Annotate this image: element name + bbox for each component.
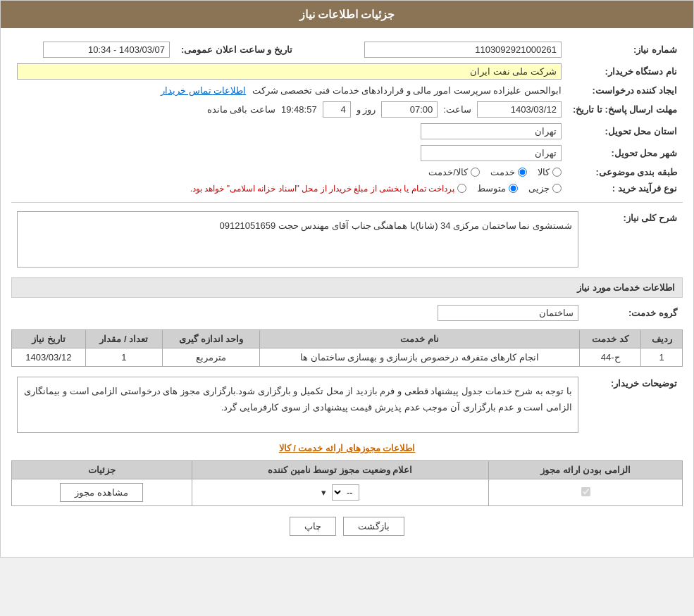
remaining-label: ساعت باقی مانده bbox=[207, 104, 275, 115]
radio-kala[interactable]: کالا bbox=[538, 167, 562, 177]
col-row: ردیف bbox=[641, 330, 683, 348]
col-name: نام خدمت bbox=[260, 330, 580, 348]
days-value: 4 bbox=[323, 101, 351, 118]
purchase-type-label: نوع فرآیند خرید : bbox=[567, 180, 683, 196]
license-row: -- ▾ مشاهده مجوز bbox=[12, 479, 683, 506]
need-number-label: شماره نیاز: bbox=[567, 39, 683, 61]
time-label: ساعت: bbox=[443, 104, 471, 115]
col-code: کد خدمت bbox=[579, 330, 640, 348]
page-header: جزئیات اطلاعات نیاز bbox=[1, 1, 693, 28]
requester-label: ایجاد کننده درخواست: bbox=[567, 82, 683, 99]
cell-code: ح-44 bbox=[579, 348, 640, 367]
buyer-org-value: شرکت ملی نفت ایران bbox=[17, 63, 562, 80]
print-button[interactable]: چاپ bbox=[290, 517, 336, 536]
services-table: ردیف کد خدمت نام خدمت واحد اندازه گیری ت… bbox=[11, 329, 683, 367]
buyer-org-label: نام دستگاه خریدار: bbox=[567, 61, 683, 82]
response-date-value: 1403/03/12 bbox=[477, 101, 562, 118]
general-desc-value: شستشوی نما ساختمان مرکزی 34 (شانا)با هما… bbox=[17, 211, 578, 268]
license-required-cell bbox=[489, 479, 683, 506]
cell-unit: مترمربع bbox=[163, 348, 260, 367]
radio-motevaset-label: متوسط bbox=[477, 183, 506, 194]
col-unit: واحد اندازه گیری bbox=[163, 330, 260, 348]
radio-esnad-input[interactable] bbox=[457, 184, 466, 193]
radio-kala-khedmat-input[interactable] bbox=[471, 168, 480, 177]
requester-value: ابوالحسن علیزاده سرپرست امور مالی و قرار… bbox=[252, 85, 562, 96]
license-status-select[interactable]: -- bbox=[332, 484, 359, 501]
page-title: جزئیات اطلاعات نیاز bbox=[299, 8, 395, 20]
city-value: تهران bbox=[421, 145, 562, 161]
footer-buttons: بازگشت چاپ bbox=[11, 517, 683, 536]
requester-contact-link[interactable]: اطلاعات تماس خریدار bbox=[161, 85, 246, 96]
cell-name: انجام کارهای متفرقه درخصوص بازسازی و بهس… bbox=[260, 348, 580, 367]
col-license-details: جزئیات bbox=[12, 461, 192, 479]
radio-khedmat[interactable]: خدمت bbox=[490, 167, 527, 177]
province-label: استان محل تحویل: bbox=[567, 120, 683, 142]
radio-khedmat-input[interactable] bbox=[518, 168, 527, 177]
col-date: تاریخ نیاز bbox=[12, 330, 86, 348]
cell-qty: 1 bbox=[85, 348, 162, 367]
announce-datetime-label: تاریخ و ساعت اعلان عمومی: bbox=[175, 39, 298, 61]
license-status-cell[interactable]: -- ▾ bbox=[192, 479, 489, 506]
license-required-checkbox bbox=[581, 487, 590, 496]
radio-kala-khedmat[interactable]: کالا/خدمت bbox=[428, 167, 480, 177]
radio-esnad-label: پرداخت تمام یا بخشی از مبلغ خریدار از مح… bbox=[190, 184, 454, 194]
radio-esnad[interactable]: پرداخت تمام یا بخشی از مبلغ خریدار از مح… bbox=[190, 184, 466, 194]
view-license-button[interactable]: مشاهده مجوز bbox=[60, 483, 143, 502]
radio-kala-khedmat-label: کالا/خدمت bbox=[428, 167, 468, 177]
radio-kala-label: کالا bbox=[538, 167, 550, 177]
buyer-notes-label: توضیحات خریدار: bbox=[584, 374, 683, 436]
need-number-value: 1103092921000261 bbox=[364, 42, 562, 58]
buyer-notes-value: با توجه به شرح خدمات جدول پیشنهاد قطعی و… bbox=[17, 377, 578, 433]
service-group-value: ساختمان bbox=[438, 305, 578, 321]
radio-jozi-label: جزیی bbox=[528, 183, 550, 194]
remaining-time-value: 19:48:57 bbox=[281, 104, 317, 115]
general-desc-label: شرح کلی نیاز: bbox=[584, 208, 683, 270]
back-button[interactable]: بازگشت bbox=[343, 517, 404, 536]
col-license-required: الزامی بودن ارائه مجوز bbox=[489, 461, 683, 479]
radio-kala-input[interactable] bbox=[552, 168, 562, 177]
response-time-value: 07:00 bbox=[381, 101, 438, 118]
table-row: 1 ح-44 انجام کارهای متفرقه درخصوص بازساز… bbox=[12, 348, 683, 367]
services-section-title: اطلاعات خدمات مورد نیاز bbox=[11, 277, 683, 298]
license-details-cell: مشاهده مجوز bbox=[12, 479, 192, 506]
cell-row: 1 bbox=[641, 348, 683, 367]
license-section-link[interactable]: اطلاعات مجوزهای ارائه خدمت / کالا bbox=[11, 443, 683, 453]
radio-jozi-input[interactable] bbox=[552, 184, 562, 193]
city-label: شهر محل تحویل: bbox=[567, 142, 683, 164]
license-table: الزامی بودن ارائه مجوز اعلام وضعیت مجوز … bbox=[11, 460, 683, 506]
radio-khedmat-label: خدمت bbox=[490, 167, 515, 177]
province-value: تهران bbox=[421, 123, 562, 139]
service-group-label: گروه خدمت: bbox=[584, 302, 683, 324]
radio-motevaset-input[interactable] bbox=[509, 184, 518, 193]
radio-jozi[interactable]: جزیی bbox=[528, 183, 562, 194]
col-license-status: اعلام وضعیت مجوز توسط نامین کننده bbox=[192, 461, 489, 479]
days-label: روز و bbox=[357, 104, 376, 115]
chevron-down-icon: ▾ bbox=[321, 487, 326, 498]
radio-motevaset[interactable]: متوسط bbox=[477, 183, 518, 194]
subject-label: طبقه بندی موضوعی: bbox=[567, 164, 683, 180]
col-qty: تعداد / مقدار bbox=[85, 330, 162, 348]
announce-datetime-value: 1403/03/07 - 10:34 bbox=[43, 42, 170, 58]
response-deadline-label: مهلت ارسال پاسخ: تا تاریخ: bbox=[567, 99, 683, 120]
cell-date: 1403/03/12 bbox=[12, 348, 86, 367]
